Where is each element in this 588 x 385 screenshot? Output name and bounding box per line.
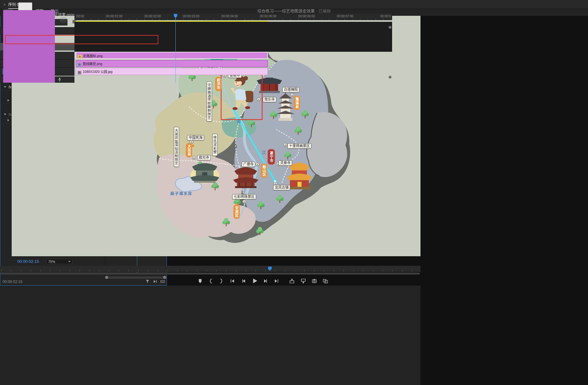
- twirl-icon[interactable]: [4, 86, 6, 88]
- map-badge-anju: 安居区: [233, 204, 240, 219]
- twirl-icon[interactable]: [4, 114, 6, 115]
- fx-icon: fx: [9, 112, 11, 117]
- program-scrollbar[interactable]: [1, 273, 420, 275]
- map-badge-shehong: 射洪市: [215, 77, 221, 91]
- map-water-jiang: 江: [262, 150, 266, 155]
- map-vlabel-tuopai: 沱牌曲酒传统酿制技艺: [207, 81, 212, 121]
- program-scrub-bar[interactable]: [0, 266, 420, 272]
- fx-icon: fx: [9, 85, 11, 89]
- map-label-baita: 白塔禅院: [282, 87, 299, 92]
- twirl-icon[interactable]: [8, 119, 9, 121]
- map-label-qicai: 七彩明珠景区: [232, 194, 256, 199]
- program-monitor-panel: 节目: 序列 01: [0, 286, 420, 385]
- map-label-guangdesi: 广德寺: [242, 162, 255, 167]
- play-button[interactable]: [252, 278, 258, 284]
- map-label-changlesi: 常乐寺: [263, 97, 276, 102]
- map-vlabel-jingyan: 大英井盐深钻汲制技艺: [174, 127, 179, 167]
- twirl-icon[interactable]: [8, 99, 9, 102]
- map-label-jiguangsi: 寂光寺: [197, 155, 211, 160]
- step-forward-button[interactable]: [263, 278, 268, 284]
- map-badge-chuanshan: 船山区: [261, 163, 267, 178]
- step-back-button[interactable]: [241, 278, 246, 284]
- transport-controls: [0, 276, 420, 287]
- magenta-color-block: [3, 10, 55, 83]
- map-label-lingquansi: 灵泉寺: [279, 160, 292, 166]
- map-badge-daying: 大英县: [186, 143, 192, 157]
- comparison-view-button[interactable]: [323, 278, 328, 284]
- go-to-out-button[interactable]: [274, 278, 279, 284]
- export-frame-button[interactable]: [312, 278, 317, 284]
- map-water-mazitan: 麻子滩水库: [170, 191, 192, 196]
- lift-button[interactable]: [289, 278, 295, 284]
- program-timecode[interactable]: 00:00:02:15: [17, 259, 39, 264]
- temple-changlesi: [257, 78, 282, 93]
- motion-path-end-marker: [274, 180, 276, 182]
- map-badge-suining: 遂宁市: [268, 149, 275, 165]
- map-vlabel-xushi: 徐氏泥彩塑: [212, 134, 218, 156]
- go-to-in-button[interactable]: [230, 278, 235, 284]
- extract-button[interactable]: [301, 278, 306, 284]
- map-label-shilihe: 十里荷画景区: [287, 143, 311, 149]
- temple-lingquansi: [287, 163, 312, 190]
- mark-out-button[interactable]: [219, 278, 224, 284]
- temple-jiguangsi: [190, 163, 219, 183]
- map-water-fu: 涪: [237, 119, 241, 124]
- map-badge-pengxi: 蓬溪县: [294, 96, 300, 110]
- annotation-highlight-box: [5, 35, 158, 44]
- premiere-pro-window: 文件(F) 编辑(E) 剪辑(C) 序列(S) 标记(M) 图形和标题(G) 视…: [0, 0, 588, 385]
- map-label-longfeng: 龙凤古镇: [273, 185, 290, 190]
- program-zoom-dropdown[interactable]: 75%: [46, 259, 73, 264]
- add-marker-button[interactable]: [197, 278, 203, 284]
- mark-in-button[interactable]: [208, 278, 214, 284]
- map-label-sihai: 中国死海: [187, 135, 204, 140]
